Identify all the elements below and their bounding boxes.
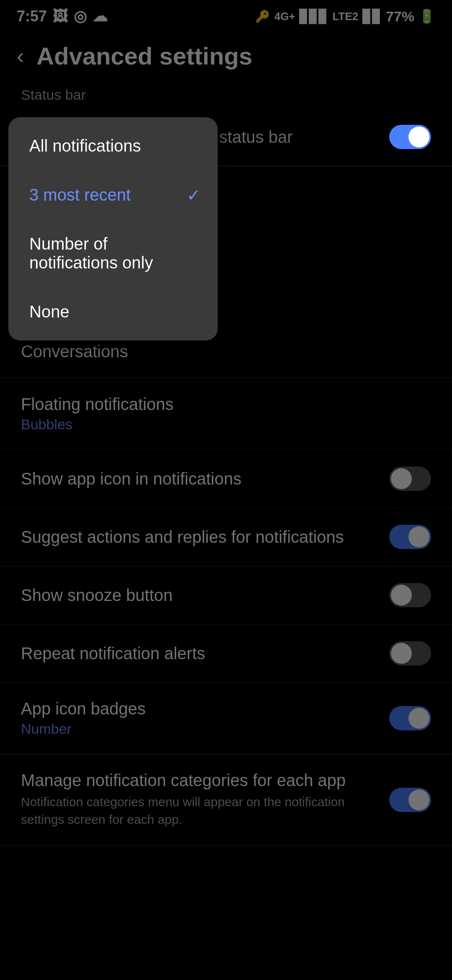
dropdown-label-all: All notifications — [29, 137, 141, 155]
toggle-knob — [408, 126, 429, 147]
check-icon: ✓ — [187, 186, 201, 205]
show-notifications-toggle[interactable] — [389, 125, 431, 149]
dropdown-item-none[interactable]: None — [8, 287, 218, 336]
dropdown-label-none: None — [29, 302, 69, 321]
dropdown-item-number-only[interactable]: Number of notifications only — [8, 219, 218, 287]
dropdown-item-all[interactable]: All notifications — [8, 121, 218, 170]
notification-dropdown[interactable]: All notifications 3 most recent ✓ Number… — [8, 117, 218, 340]
dropdown-label-3recent: 3 most recent — [29, 186, 131, 204]
dropdown-item-3recent[interactable]: 3 most recent ✓ — [8, 170, 218, 219]
dropdown-label-number-only: Number of notifications only — [29, 235, 153, 272]
